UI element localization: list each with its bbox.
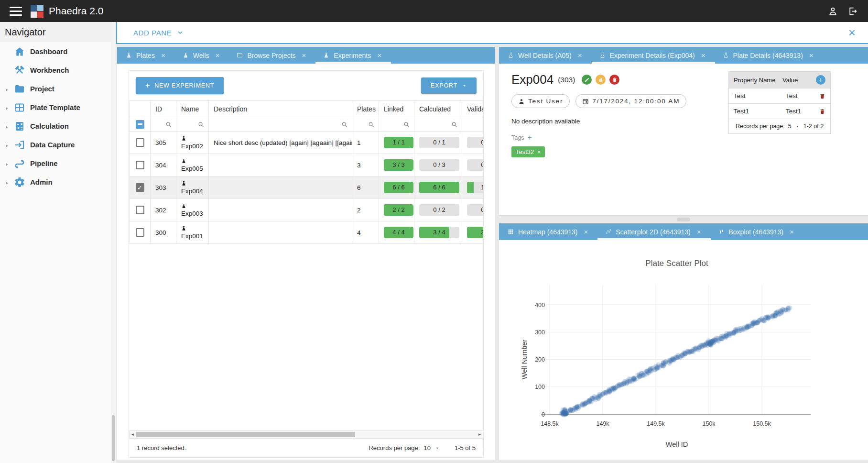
scrollbar-thumb[interactable] bbox=[136, 432, 355, 437]
export-button[interactable]: EXPORT bbox=[421, 77, 477, 94]
column-header-validated[interactable]: Validated bbox=[462, 101, 484, 117]
column-header-calculated[interactable]: Calculated bbox=[414, 101, 462, 117]
ratio-badge: 0 / 2 bbox=[467, 204, 483, 216]
plate-grid-icon bbox=[14, 102, 25, 113]
expand-arrow-icon[interactable] bbox=[4, 142, 12, 148]
tab-experiment-details-exp004[interactable]: Experiment Details (Exp004)× bbox=[592, 47, 715, 64]
remove-tag-icon[interactable]: × bbox=[537, 149, 541, 155]
sidebar-item-admin[interactable]: Admin bbox=[0, 173, 116, 191]
column-header-description[interactable]: Description bbox=[209, 101, 352, 117]
expand-arrow-icon[interactable] bbox=[4, 86, 12, 92]
tab-browse-projects[interactable]: Browse Projects× bbox=[229, 47, 315, 64]
edit-button[interactable] bbox=[582, 75, 592, 85]
table-row-exp003[interactable]: 302Exp00322 / 20 / 20 / 2 bbox=[130, 199, 484, 221]
filter-cell-calculated[interactable] bbox=[414, 117, 462, 132]
close-icon[interactable]: × bbox=[216, 51, 220, 59]
property-row-test: TestTest bbox=[729, 88, 830, 103]
tab-plates[interactable]: Plates× bbox=[118, 47, 175, 64]
expand-arrow-icon[interactable] bbox=[4, 179, 12, 185]
add-property-button[interactable]: + bbox=[816, 75, 825, 85]
tab-well-details-a05[interactable]: Well Details (A05)× bbox=[500, 47, 592, 64]
column-header-linked[interactable]: Linked bbox=[379, 101, 414, 117]
select-all-checkbox[interactable] bbox=[136, 120, 144, 129]
filter-cell-validated[interactable] bbox=[462, 117, 484, 132]
properties-table: Property Name Value + TestTestTest1Test1… bbox=[728, 71, 831, 134]
horizontal-scrollbar[interactable]: ◄ ► bbox=[129, 430, 483, 439]
filter-cell-id[interactable] bbox=[151, 117, 176, 132]
table-row-exp004[interactable]: ✓303Exp00466 / 66 / 61 / 6 bbox=[130, 176, 484, 199]
filter-cell-name[interactable] bbox=[176, 117, 209, 132]
ratio-badge: 3 / 3 bbox=[384, 159, 413, 171]
details-pane-group: Well Details (A05)×Experiment Details (E… bbox=[499, 47, 868, 460]
table-row-exp001[interactable]: 300Exp00144 / 43 / 43 / 4 bbox=[130, 221, 484, 244]
search-icon bbox=[165, 121, 172, 128]
sidebar-item-calculation[interactable]: Calculation bbox=[0, 117, 116, 135]
sidebar-item-project[interactable]: Project bbox=[0, 79, 116, 98]
property-name: Test bbox=[734, 92, 786, 99]
filter-cell-plates[interactable] bbox=[352, 117, 379, 132]
close-icon[interactable]: × bbox=[302, 51, 306, 59]
close-icon[interactable]: × bbox=[578, 51, 582, 59]
tab-plate-details-4643913[interactable]: Plate Details (4643913)× bbox=[715, 47, 823, 64]
lock-icon bbox=[598, 77, 604, 83]
filter-cell-description[interactable] bbox=[209, 117, 352, 132]
close-icon[interactable]: × bbox=[701, 51, 705, 59]
close-icon[interactable]: × bbox=[809, 51, 814, 59]
user-icon[interactable] bbox=[828, 6, 838, 16]
delete-button[interactable] bbox=[609, 75, 619, 85]
table-row-exp002[interactable]: 305Exp002Nice short desc (updated) [agai… bbox=[130, 132, 484, 154]
column-header-plates[interactable]: Plates bbox=[352, 101, 379, 117]
pane-resize-handle[interactable] bbox=[677, 218, 690, 221]
add-pane-button[interactable]: ADD PANE bbox=[133, 29, 184, 37]
cell-name: Exp004 bbox=[176, 176, 209, 199]
close-icon[interactable]: × bbox=[697, 228, 701, 236]
caret-down-icon[interactable] bbox=[795, 124, 800, 129]
expand-arrow-icon[interactable] bbox=[4, 123, 12, 129]
row-checkbox[interactable] bbox=[136, 228, 144, 237]
scroll-right-icon[interactable]: ► bbox=[477, 431, 483, 438]
row-checkbox[interactable]: ✓ bbox=[136, 183, 144, 192]
close-icon[interactable]: × bbox=[377, 51, 381, 59]
expand-arrow-icon[interactable] bbox=[4, 105, 12, 110]
sidebar-item-workbench[interactable]: Workbench bbox=[0, 61, 116, 79]
filter-cell-select[interactable] bbox=[130, 117, 151, 132]
column-header-id[interactable]: ID bbox=[151, 101, 176, 117]
flask-icon bbox=[126, 52, 132, 58]
delete-property-icon[interactable] bbox=[819, 108, 825, 115]
logout-icon[interactable] bbox=[847, 6, 857, 16]
close-icon[interactable]: × bbox=[161, 51, 165, 59]
tag-chip-test32[interactable]: Test32× bbox=[511, 146, 545, 157]
sidebar-item-data-capture[interactable]: Data Capture bbox=[0, 135, 116, 154]
navigator-scrollbar[interactable] bbox=[111, 22, 116, 463]
row-checkbox[interactable] bbox=[136, 138, 144, 147]
tab-heatmap-4643913[interactable]: Heatmap (4643913)× bbox=[500, 223, 597, 240]
sidebar-item-dashboard[interactable]: Dashboard bbox=[0, 42, 116, 61]
row-checkbox[interactable] bbox=[136, 161, 144, 169]
scroll-left-icon[interactable]: ◄ bbox=[130, 431, 136, 438]
row-checkbox[interactable] bbox=[136, 206, 144, 214]
records-per-page-select[interactable]: 10 bbox=[423, 444, 430, 452]
add-tag-button[interactable]: + bbox=[527, 133, 532, 142]
prop-records-select[interactable]: 5 bbox=[788, 123, 792, 130]
scrollbar-thumb[interactable] bbox=[112, 415, 115, 461]
menu-icon[interactable] bbox=[10, 7, 22, 16]
ratio-badge: 6 / 6 bbox=[419, 182, 459, 193]
sidebar-item-pipeline[interactable]: Pipeline bbox=[0, 154, 116, 173]
caret-down-icon[interactable] bbox=[434, 445, 440, 451]
filter-cell-linked[interactable] bbox=[379, 117, 414, 132]
close-icon[interactable]: × bbox=[848, 26, 856, 39]
lock-button[interactable] bbox=[596, 75, 606, 85]
sidebar-item-plate-template[interactable]: Plate Template bbox=[0, 98, 116, 117]
tab-scatterplot-2d-4643913[interactable]: Scatterplot 2D (4643913)× bbox=[597, 223, 710, 240]
close-icon[interactable]: × bbox=[790, 228, 794, 236]
delete-property-icon[interactable] bbox=[819, 93, 825, 99]
tab-boxplot-4643913[interactable]: Boxplot (4643913)× bbox=[711, 223, 803, 240]
close-icon[interactable]: × bbox=[584, 228, 588, 236]
column-header-name[interactable]: Name bbox=[176, 101, 209, 117]
table-row-exp005[interactable]: 304Exp00533 / 30 / 30 / 3 bbox=[130, 154, 484, 176]
tab-experiments[interactable]: Experiments× bbox=[315, 47, 391, 64]
new-experiment-button[interactable]: + NEW EXPERIMENT bbox=[136, 77, 224, 94]
expand-arrow-icon[interactable] bbox=[4, 161, 12, 166]
flask-outline-icon bbox=[508, 52, 514, 58]
tab-wells[interactable]: Wells× bbox=[175, 47, 229, 64]
